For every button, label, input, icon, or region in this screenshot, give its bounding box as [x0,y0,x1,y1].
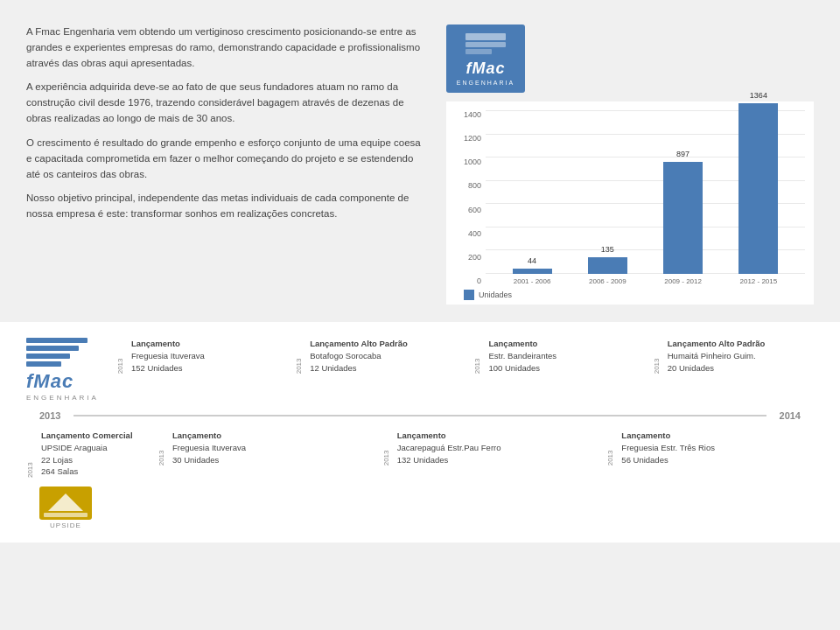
timeline-items-bottom: 2013 Lançamento Comercial UPSIDE Araguai… [26,430,814,529]
fmac-logo-box: fMac ENGENHARIA [446,24,525,93]
timeline-item-text-b3: Lançamento Jacarepaguá Estr.Pau Ferro132… [397,430,501,466]
timeline-item-bottom-2: 2013 Lançamento Freguesia Ituverava30 Un… [158,430,365,466]
bars-row: 44 135 897 [486,91,805,274]
fmac-logo-sub: ENGENHARIA [457,80,514,86]
upside-item: 2013 Lançamento Comercial UPSIDE Araguai… [26,430,140,529]
timeline-item-text-2: Lançamento Alto Padrão Botafogo Sorocaba… [310,338,408,374]
svg-rect-1 [466,42,506,47]
timeline-item-top-4: 2013 Lançamento Alto Padrão Humaitá Pinh… [653,338,814,374]
fmac-stripe-3 [26,354,70,359]
timeline-year-tag-b4: 2013 [606,430,614,466]
fmac-big-text: fMac [26,370,74,393]
timeline-year-tag-b1: 2013 [26,430,34,478]
bar-value-2: 135 [601,245,614,254]
legend-box [464,290,474,300]
timeline-year-tag-4: 2013 [653,338,661,374]
year-2014-label: 2014 [766,410,814,421]
svg-rect-5 [44,513,88,517]
chart-y-axis: 1400 1200 1000 800 600 400 200 0 [455,110,481,285]
bar-4 [738,103,778,274]
top-section: A Fmac Engenharia vem obtendo um vertigi… [0,0,840,322]
paragraph-1: A Fmac Engenharia vem obtendo um vertigi… [26,24,429,71]
chart-grid: 44 135 897 [486,110,805,274]
timeline-item-text-b4: Lançamento Freguesia Estr. Três Rios56 U… [621,430,715,466]
timeline-year-tag-2: 2013 [295,338,303,374]
svg-rect-0 [466,33,506,40]
paragraph-2: A experiência adquirida deve-se ao fato … [26,80,429,126]
fmac-stripe-4 [26,361,61,367]
timeline-item-top-3: 2013 Lançamento Estr. Bandeirantes100 Un… [473,338,634,374]
timeline-item-bottom-3: 2013 Lançamento Jacarepaguá Estr.Pau Fer… [382,430,590,466]
bar-value-3: 897 [676,150,690,158]
upside-logo-icon [39,486,92,520]
paragraph-4: Nosso objetivo principal, independente d… [26,191,429,222]
timeline-item-top-1: 2013 Lançamento Freguesia Ituverava152 U… [116,338,277,374]
bar-group-4: 1364 [738,91,778,274]
bar-value-1: 44 [528,256,536,265]
fmac-logo-text: fMac [466,60,505,78]
timeline-line [74,415,766,416]
timeline-item-text-4: Lançamento Alto Padrão Humaitá Pinheiro … [668,338,766,374]
bar-group-2: 135 [588,245,627,274]
legend-label: Unidades [479,290,512,299]
svg-rect-2 [466,49,492,54]
timeline-year-tag-b2: 2013 [158,430,165,466]
upside-logo: UPSIDE [39,486,92,529]
right-chart: fMac ENGENHARIA 1400 1200 1000 800 600 4… [446,24,814,304]
timeline-year-tag-1: 2013 [116,338,124,374]
bar-group-3: 897 [663,150,703,274]
bar-3 [663,162,703,274]
logo-area: fMac ENGENHARIA [446,24,814,93]
fmac-logo-icon [464,32,508,58]
fmac-eng-text: ENGENHARIA [26,394,99,402]
timeline-item-top-2: 2013 Lançamento Alto Padrão Botafogo Sor… [295,338,456,374]
timeline-item-text-b1: Lançamento Comercial UPSIDE Araguaia22 L… [41,430,133,478]
year-2013-label: 2013 [26,410,74,421]
fmac-stripe-2 [26,346,79,351]
paragraph-3: O crescimento é resultado do grande empe… [26,136,429,182]
timeline-item-bottom-1: 2013 Lançamento Comercial UPSIDE Araguai… [26,430,140,478]
upside-logo-area: UPSIDE [39,486,140,529]
fmac-big-logo: fMac ENGENHARIA [26,338,99,402]
timeline-item-bottom-4: 2013 Lançamento Freguesia Estr. Três Rio… [606,430,814,466]
timeline-top-row: fMac ENGENHARIA 2013 Lançamento Freguesi… [26,338,814,402]
chart-container: 1400 1200 1000 800 600 400 200 0 [446,102,814,304]
chart-x-labels: 2001 - 2006 2006 - 2009 2009 - 2012 2012… [486,274,805,285]
bar-1 [513,269,552,274]
chart-legend: Unidades [455,290,805,300]
fmac-big-icon [26,338,88,367]
chart-inner: 1400 1200 1000 800 600 400 200 0 [455,110,805,285]
timeline-section: fMac ENGENHARIA 2013 Lançamento Freguesi… [0,322,840,542]
timeline-items-top: 2013 Lançamento Freguesia Ituverava152 U… [116,338,814,374]
bar-2 [588,257,627,274]
timeline-year-tag-b3: 2013 [382,430,390,466]
timeline-item-text-3: Lançamento Estr. Bandeirantes100 Unidade… [488,338,556,374]
bar-value-4: 1364 [750,91,767,100]
chart-bars-area: 44 135 897 [486,110,805,285]
timeline-year-tag-3: 2013 [473,338,481,374]
fmac-stripe-1 [26,338,88,343]
timeline-item-text-1: Lançamento Freguesia Ituverava152 Unidad… [131,338,205,374]
main-wrapper: A Fmac Engenharia vem obtendo um vertigi… [0,0,840,630]
bar-group-1: 44 [513,256,552,274]
left-text-block: A Fmac Engenharia vem obtendo um vertigi… [26,24,429,304]
timeline-divider: 2013 2014 [26,410,814,421]
timeline-item-text-b2: Lançamento Freguesia Ituverava30 Unidade… [172,430,246,466]
